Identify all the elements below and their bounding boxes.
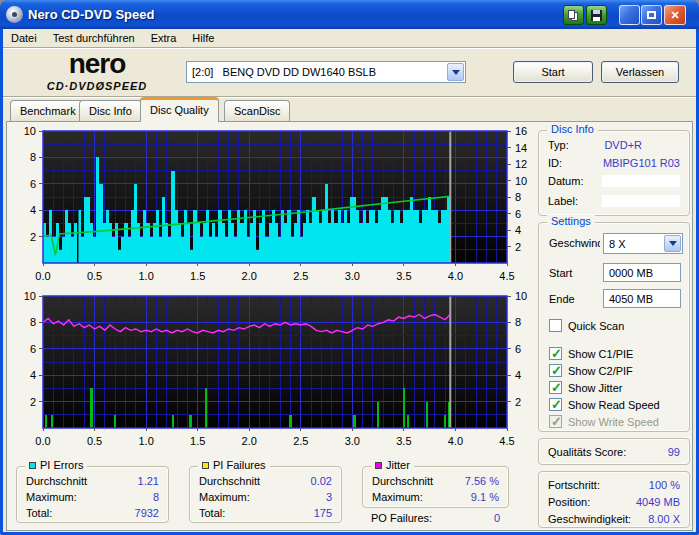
- show-c1-pie-checkbox[interactable]: [549, 347, 562, 360]
- quick-scan-checkbox[interactable]: [549, 319, 562, 332]
- copy-icon: [568, 10, 579, 21]
- stat-label: Maximum:: [372, 491, 423, 504]
- menu-test-durchfuehren[interactable]: Test durchführen: [45, 30, 143, 46]
- disc-info-box: Disc Info Typ:DVD+R ID:MBIPG101 R03 Datu…: [538, 130, 690, 216]
- svg-text:1.0: 1.0: [138, 435, 153, 447]
- stat-value: 0.02: [311, 475, 332, 488]
- logo-line2: CD·DVDØSPEED: [22, 81, 172, 92]
- quality-score-box: Qualitäts Score: 99: [538, 438, 690, 465]
- svg-text:8: 8: [515, 316, 521, 328]
- menu-extra[interactable]: Extra: [143, 30, 185, 46]
- start-button[interactable]: Start: [513, 61, 593, 83]
- pi-errors-stats-box: PI Errors Durchschnitt1.21 Maximum:8 Tot…: [16, 466, 169, 523]
- drive-select[interactable]: [2:0] BENQ DVD DD DW1640 BSLB: [186, 61, 466, 83]
- drive-select-dropdown-button[interactable]: [447, 63, 464, 81]
- show-c2-pif-checkbox[interactable]: [549, 364, 562, 377]
- window-title: Nero CD-DVD Speed: [28, 7, 154, 22]
- quality-score-label: Qualitäts Score:: [548, 446, 626, 459]
- tab-disc-quality[interactable]: Disc Quality: [140, 97, 219, 122]
- svg-text:0.5: 0.5: [87, 270, 102, 282]
- menu-hilfe[interactable]: Hilfe: [184, 30, 222, 46]
- tab-disc-info[interactable]: Disc Info: [79, 100, 142, 122]
- stat-label: Durchschnitt: [372, 475, 433, 488]
- maximize-button[interactable]: [641, 5, 662, 25]
- svg-text:12: 12: [515, 158, 527, 170]
- svg-text:8: 8: [30, 316, 36, 328]
- stat-value: 9.1 %: [471, 491, 499, 504]
- stat-label: Total:: [199, 507, 225, 520]
- show-jitter-checkbox-row[interactable]: Show Jitter: [549, 381, 622, 394]
- show-read-speed-checkbox[interactable]: [549, 398, 562, 411]
- speed-select-dropdown-button[interactable]: [664, 235, 681, 252]
- show-c1-pie-checkbox-row[interactable]: Show C1/PIE: [549, 347, 633, 360]
- drive-select-value: [2:0] BENQ DVD DD DW1640 BSLB: [192, 66, 376, 78]
- jitter-chart-svg: 2468102468100.00.51.01.52.02.53.03.54.04…: [9, 292, 531, 452]
- svg-text:1.5: 1.5: [190, 270, 205, 282]
- save-button[interactable]: [586, 5, 607, 25]
- show-read-speed-checkbox-row[interactable]: Show Read Speed: [549, 398, 660, 411]
- copy-to-clipboard-button[interactable]: [563, 5, 584, 25]
- svg-text:4.0: 4.0: [448, 435, 463, 447]
- progress-value: 100 %: [649, 479, 680, 492]
- svg-text:3.5: 3.5: [396, 270, 411, 282]
- speed-status-value: 8.00 X: [648, 513, 680, 526]
- svg-text:2: 2: [30, 231, 36, 243]
- tab-benchmark[interactable]: Benchmark: [10, 100, 86, 122]
- disc-date-value-blank: [602, 175, 680, 187]
- svg-text:6: 6: [30, 178, 36, 190]
- svg-text:10: 10: [515, 175, 527, 187]
- svg-text:2: 2: [515, 241, 521, 253]
- quick-scan-checkbox-row[interactable]: Quick Scan: [549, 319, 624, 332]
- svg-text:2: 2: [30, 396, 36, 408]
- close-button[interactable]: ✕: [664, 5, 686, 25]
- pi-errors-chart: 2468102468101214160.00.51.01.52.02.53.03…: [9, 127, 531, 291]
- svg-text:4.0: 4.0: [448, 270, 463, 282]
- po-failures-value: 0: [494, 512, 500, 525]
- svg-text:8: 8: [30, 151, 36, 163]
- stat-label: Maximum:: [199, 491, 250, 504]
- maximize-icon: [647, 11, 656, 19]
- show-c2-pif-label: Show C2/PIF: [568, 365, 633, 377]
- pi-failures-stats-title: PI Failures: [198, 459, 270, 471]
- pi-failures-swatch: [202, 462, 209, 469]
- svg-text:0.0: 0.0: [35, 270, 50, 282]
- disc-quality-tab-panel: 2468102468101214160.00.51.01.52.02.53.03…: [6, 121, 693, 531]
- stat-label: Durchschnitt: [199, 475, 260, 488]
- minimize-button[interactable]: _: [619, 5, 640, 25]
- start-field-label: Start: [549, 267, 572, 279]
- settings-box: Settings Geschwindigkeit 8 X Start Ende …: [538, 222, 690, 432]
- disc-info-label: Datum:: [548, 175, 583, 188]
- exit-button[interactable]: Verlassen: [601, 61, 679, 83]
- speed-select[interactable]: 8 X: [603, 233, 683, 254]
- logo-line1: nero: [22, 50, 172, 78]
- quick-scan-label: Quick Scan: [568, 320, 624, 332]
- save-icon: [591, 10, 602, 21]
- svg-text:14: 14: [515, 142, 527, 154]
- menu-datei[interactable]: Datei: [3, 30, 45, 46]
- show-write-speed-checkbox: [549, 415, 562, 428]
- disc-id-value: MBIPG101 R03: [603, 157, 680, 170]
- svg-text:1.0: 1.0: [138, 270, 153, 282]
- end-field[interactable]: [603, 289, 681, 308]
- app-window: Nero CD-DVD Speed _ ✕ Datei Test durchfü…: [0, 0, 699, 535]
- chevron-down-icon: [669, 241, 677, 246]
- tab-scandisc[interactable]: ScanDisc: [224, 100, 290, 122]
- start-field[interactable]: [603, 263, 681, 282]
- pi-errors-chart-svg: 2468102468101214160.00.51.01.52.02.53.03…: [9, 127, 531, 287]
- svg-text:0.5: 0.5: [87, 435, 102, 447]
- show-c2-pif-checkbox-row[interactable]: Show C2/PIF: [549, 364, 633, 377]
- svg-text:4.5: 4.5: [499, 435, 514, 447]
- minimize-icon: _: [626, 13, 632, 25]
- nero-logo: nero CD·DVDØSPEED: [22, 50, 172, 92]
- svg-text:8: 8: [515, 191, 521, 203]
- show-jitter-checkbox[interactable]: [549, 381, 562, 394]
- svg-text:4.5: 4.5: [499, 270, 514, 282]
- stat-value: 7932: [135, 507, 159, 520]
- show-write-speed-label: Show Write Speed: [568, 416, 659, 428]
- disc-info-label: Typ:: [548, 139, 569, 152]
- separator: [3, 96, 696, 98]
- stat-value: 3: [326, 491, 332, 504]
- stat-label: Maximum:: [26, 491, 77, 504]
- disc-info-label: Label:: [548, 195, 578, 208]
- svg-text:3.0: 3.0: [345, 270, 360, 282]
